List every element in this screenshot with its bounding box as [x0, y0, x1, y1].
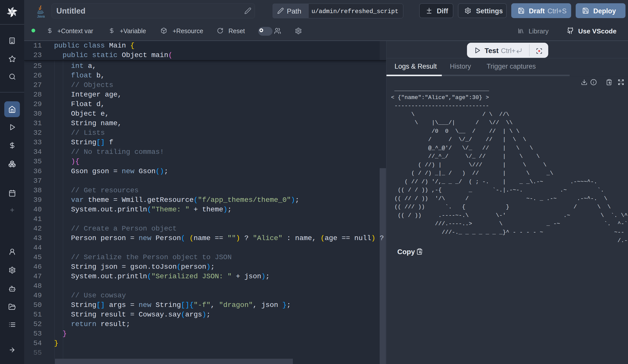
- svg-text:Java: Java: [37, 14, 45, 18]
